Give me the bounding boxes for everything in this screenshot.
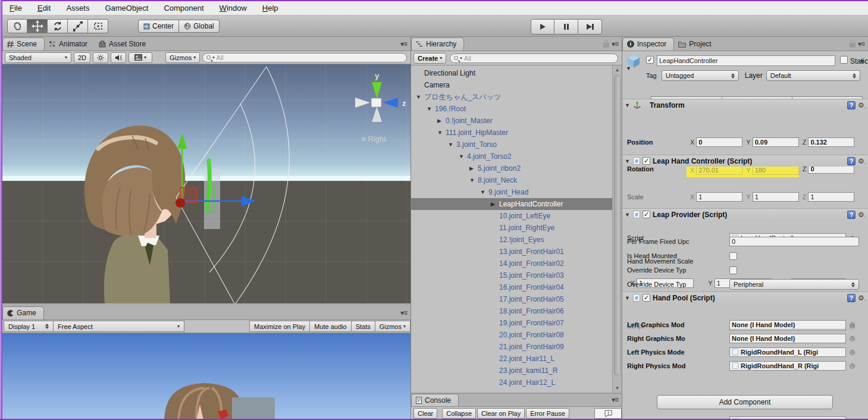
object-picker-icon[interactable]: ◎ — [850, 362, 856, 369]
object-picker-icon[interactable]: ◎ — [850, 335, 856, 341]
leap-provider-header[interactable]: ▼ # ✓ Leap Provider (Script) ? ⚙, — [622, 208, 868, 220]
transform-header[interactable]: ▼ Transform ? ⚙, — [622, 99, 868, 111]
static-dropdown-arrow[interactable]: ▼ — [859, 58, 865, 65]
static-checkbox[interactable] — [840, 56, 848, 64]
scene-panel-menu-icon[interactable]: ▾≡ — [400, 40, 407, 48]
help-icon[interactable]: ? — [847, 157, 856, 165]
hierarchy-item[interactable]: 18.joint_FrontHair06 — [411, 305, 612, 317]
position-y-field[interactable]: 0.09 — [753, 137, 799, 147]
foldout-icon[interactable]: ▼ — [469, 177, 475, 183]
tab-asset-store[interactable]: Asset Store — [95, 38, 153, 51]
hierarchy-item[interactable]: 22.joint_Hair11_L — [411, 353, 612, 365]
scene-lighting-button[interactable] — [93, 52, 108, 63]
console-clear-on-play-button[interactable]: Clear on Play — [477, 408, 525, 419]
scale-y-field[interactable]: 1 — [753, 192, 799, 202]
object-field[interactable]: RigidRoundHand_R (Rigi — [729, 361, 846, 371]
foldout-icon[interactable]: ▼ — [625, 212, 631, 218]
move-tool-button[interactable] — [27, 19, 48, 33]
scale-x-field[interactable]: 1 — [696, 192, 742, 202]
component-enabled-checkbox[interactable]: ✓ — [643, 211, 650, 218]
console-warning-toggle[interactable] — [594, 408, 622, 419]
global-button[interactable]: Global — [179, 20, 220, 33]
gear-icon[interactable]: ⚙, — [858, 158, 866, 165]
scene-audio-button[interactable] — [111, 52, 126, 63]
help-icon[interactable]: ? — [847, 294, 856, 302]
tab-game[interactable]: Game — [2, 306, 44, 319]
game-panel-menu-icon[interactable]: ▾≡ — [400, 309, 407, 317]
menu-help[interactable]: Help — [262, 4, 278, 12]
foldout-icon[interactable]: ▶ — [491, 201, 495, 207]
object-field[interactable]: None (I Hand Model) — [729, 320, 846, 330]
maximize-on-play-button[interactable]: Maximize on Play — [249, 321, 310, 332]
hierarchy-item[interactable]: ▼プロ生ちゃん_スパッツ — [411, 91, 612, 103]
display-dropdown[interactable]: Display 1 — [4, 321, 54, 332]
hierarchy-list[interactable]: Directional LightCamera▼プロ生ちゃん_スパッツ▼196.… — [411, 65, 612, 393]
stats-button[interactable]: Stats — [352, 321, 375, 332]
gear-icon[interactable]: ⚙, — [858, 211, 866, 218]
scene-viewport[interactable]: y z ≡ Right — [2, 64, 411, 303]
hierarchy-item[interactable]: 24.joint_Hair12_L — [411, 377, 612, 388]
scale-tool-button[interactable] — [68, 19, 88, 33]
console-panel-menu-icon[interactable]: ▾≡ — [612, 396, 618, 404]
property-field[interactable]: 0 — [729, 237, 859, 246]
position-x-field[interactable]: 0 — [696, 137, 742, 147]
hierarchy-item[interactable]: 20.joint_FrontHair08 — [411, 329, 612, 341]
hierarchy-item[interactable]: 17.joint_FrontHair05 — [411, 293, 612, 305]
help-icon[interactable]: ? — [847, 211, 856, 219]
hierarchy-item[interactable]: 21.joint_FrontHair09 — [411, 341, 612, 353]
layer-dropdown[interactable]: Default — [766, 70, 860, 81]
scroll-down-arrow[interactable]: ▼ — [613, 385, 622, 391]
hierarchy-panel-menu-icon[interactable]: ▾≡ — [612, 40, 618, 48]
hierarchy-item[interactable]: ▼8.joint_Neck — [411, 174, 612, 186]
scene-search-input[interactable]: ▾ All — [202, 53, 407, 62]
aspect-dropdown[interactable]: Free Aspect▾ — [54, 321, 184, 332]
lock-icon[interactable] — [850, 43, 856, 48]
hierarchy-item[interactable]: ▼196.!Root — [411, 103, 612, 115]
menu-edit[interactable]: Edit — [37, 4, 51, 12]
foldout-icon[interactable]: ▶ — [469, 165, 474, 171]
gameobject-name-field[interactable]: LeapHandController — [657, 55, 835, 66]
position-z-field[interactable]: 0.132 — [808, 137, 854, 147]
property-checkbox[interactable] — [729, 252, 737, 260]
hierarchy-item[interactable]: Camera — [411, 79, 612, 91]
hierarchy-item[interactable]: ▶5.joint_ribon2 — [411, 162, 612, 174]
hierarchy-item[interactable]: 10.joint_LeftEye — [411, 210, 612, 222]
tab-hierarchy[interactable]: Hierarchy — [411, 37, 464, 51]
tag-dropdown[interactable]: Untagged — [662, 70, 739, 81]
menu-component[interactable]: Component — [164, 4, 203, 12]
pan-tool-button[interactable] — [7, 19, 27, 33]
scale-z-field[interactable]: 1 — [808, 192, 854, 202]
step-button[interactable] — [578, 19, 602, 35]
add-component-button[interactable]: Add Component — [657, 395, 833, 409]
tab-console[interactable]: Console — [411, 394, 459, 406]
leap-hand-controller-header[interactable]: ▼ # ✓ Leap Hand Controller (Script) ? ⚙, — [622, 155, 868, 167]
2d-toggle-button[interactable]: 2D — [74, 52, 90, 63]
hierarchy-item[interactable]: 14.joint_FrontHair02 — [411, 258, 612, 269]
hierarchy-item[interactable]: 12.!joint_Eyes — [411, 234, 612, 246]
hierarchy-item[interactable]: 13.joint_FrontHair01 — [411, 246, 612, 258]
inspector-panel-menu-icon[interactable]: ▾≡ — [858, 40, 864, 48]
shading-mode-dropdown[interactable]: Shaded▾ — [5, 52, 71, 63]
hierarchy-item[interactable]: 11.joint_RightEye — [411, 222, 612, 234]
gear-icon[interactable]: ⚙, — [858, 102, 866, 109]
object-field[interactable]: RigidRoundHand_L (Rigi — [729, 347, 846, 357]
scene-effects-dropdown[interactable]: ▾ — [129, 52, 152, 63]
foldout-icon[interactable]: ▼ — [448, 142, 453, 148]
hierarchy-scrollbar[interactable]: ▲ ▼ — [612, 65, 622, 393]
gameobject-active-checkbox[interactable]: ✓ — [646, 56, 654, 64]
game-gizmos-dropdown[interactable]: Gizmos▾ — [375, 321, 411, 332]
mute-audio-button[interactable]: Mute audio — [310, 321, 351, 332]
tab-animator[interactable]: Animator — [45, 38, 95, 51]
pivot-center-button[interactable]: Center — [138, 20, 179, 33]
hierarchy-item[interactable]: 19.joint_FrontHair07 — [411, 317, 612, 329]
game-viewport[interactable] — [2, 333, 411, 420]
rect-tool-button[interactable] — [88, 19, 108, 33]
scene-gizmos-dropdown[interactable]: Gizmos▾ — [165, 52, 200, 63]
menu-window[interactable]: Window — [220, 4, 247, 12]
rotation-y-field[interactable]: 180 — [753, 165, 799, 175]
console-clear-button[interactable]: Clear — [413, 408, 437, 419]
component-enabled-checkbox[interactable]: ✓ — [643, 294, 650, 302]
foldout-icon[interactable]: ▼ — [416, 94, 421, 100]
tab-project[interactable]: Project — [674, 38, 718, 51]
foldout-icon[interactable]: ▼ — [625, 158, 631, 164]
